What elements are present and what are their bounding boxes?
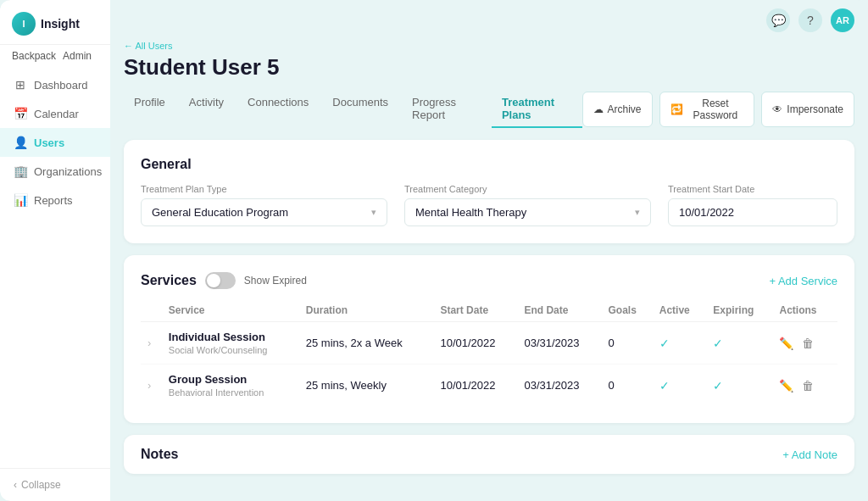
col-expiring: Expiring bbox=[706, 299, 772, 322]
reset-password-button[interactable]: 🔁 Reset Password bbox=[659, 92, 755, 127]
treatment-category-label: Treatment Category bbox=[404, 184, 651, 194]
table-header: Service Duration Start Date End Date Goa… bbox=[141, 299, 837, 322]
treatment-plan-type-value: General Education Program bbox=[152, 206, 288, 219]
start-date-cell: 10/01/2022 bbox=[433, 322, 517, 365]
archive-button[interactable]: ☁ Archive bbox=[582, 92, 653, 127]
duration-cell: 25 mins, 2x a Week bbox=[299, 322, 434, 365]
col-active: Active bbox=[653, 299, 707, 322]
services-title-row: Services Show Expired bbox=[141, 272, 307, 289]
col-end-date: End Date bbox=[517, 299, 601, 322]
service-sub: Social Work/Counseling bbox=[169, 345, 292, 355]
delete-icon[interactable]: 🗑 bbox=[802, 379, 814, 392]
help-icon[interactable]: ? bbox=[798, 8, 822, 32]
expand-icon[interactable]: › bbox=[147, 337, 151, 349]
tab-treatment-plans[interactable]: Treatment Plans bbox=[492, 91, 582, 128]
sidebar-item-label: Users bbox=[34, 136, 64, 149]
treatment-plan-type-select[interactable]: General Education Program ▾ bbox=[141, 198, 387, 226]
tab-connections[interactable]: Connections bbox=[237, 91, 319, 128]
chevron-down-icon: ▾ bbox=[635, 207, 640, 218]
collapse-icon: ‹ bbox=[14, 479, 17, 491]
sidebar-item-label: Reports bbox=[34, 194, 73, 207]
calendar-icon: 📅 bbox=[14, 107, 27, 120]
sidebar-item-dashboard[interactable]: ⊞ Dashboard bbox=[0, 70, 110, 99]
add-service-button[interactable]: + Add Service bbox=[769, 275, 837, 287]
treatment-start-date-group: Treatment Start Date bbox=[668, 184, 837, 226]
sidebar-nav: ⊞ Dashboard 📅 Calendar 👤 Users 🏢 Organiz… bbox=[0, 62, 110, 468]
organizations-icon: 🏢 bbox=[14, 164, 27, 178]
expand-icon[interactable]: › bbox=[147, 379, 151, 392]
content-area: ← All Users Student User 5 Profile Activ… bbox=[110, 41, 868, 501]
active-cell: ✓ bbox=[653, 322, 707, 365]
tab-documents[interactable]: Documents bbox=[322, 91, 398, 128]
notes-card-title: Notes bbox=[141, 447, 178, 462]
col-actions: Actions bbox=[772, 299, 837, 322]
expiring-check-icon: ✓ bbox=[713, 379, 723, 392]
treatment-start-date-input[interactable] bbox=[668, 198, 837, 226]
notes-row: Notes + Add Note bbox=[141, 447, 837, 462]
impersonate-icon: 👁 bbox=[772, 103, 782, 115]
treatment-plan-type-label: Treatment Plan Type bbox=[141, 184, 387, 194]
expiring-check-icon: ✓ bbox=[713, 337, 723, 350]
impersonate-button[interactable]: 👁 Impersonate bbox=[761, 92, 854, 127]
edit-icon[interactable]: ✏️ bbox=[779, 337, 793, 350]
table-row: › Individual Session Social Work/Counsel… bbox=[141, 322, 837, 365]
end-date-cell: 03/31/2023 bbox=[517, 322, 601, 365]
dashboard-icon: ⊞ bbox=[14, 78, 27, 92]
logo-text: Insight bbox=[41, 17, 80, 31]
edit-icon[interactable]: ✏️ bbox=[779, 379, 793, 392]
general-card: General Treatment Plan Type General Educ… bbox=[124, 140, 854, 243]
general-card-title: General bbox=[141, 157, 837, 172]
sidebar-item-users[interactable]: 👤 Users bbox=[0, 128, 110, 157]
active-cell: ✓ bbox=[653, 365, 707, 407]
topbar: 💬 ? AR bbox=[110, 0, 868, 41]
show-expired-toggle[interactable] bbox=[205, 272, 236, 289]
actions-cell: ✏️ 🗑 bbox=[772, 322, 837, 365]
action-buttons: ☁ Archive 🔁 Reset Password 👁 Impersonate bbox=[582, 92, 854, 127]
sidebar-item-label: Calendar bbox=[34, 108, 79, 120]
expiring-cell: ✓ bbox=[706, 322, 772, 365]
reports-icon: 📊 bbox=[14, 193, 27, 207]
breadcrumb[interactable]: ← All Users bbox=[124, 41, 854, 51]
treatment-category-select[interactable]: Mental Health Therapy ▾ bbox=[404, 198, 651, 226]
service-name: Individual Session bbox=[169, 331, 292, 343]
tab-progress-report[interactable]: Progress Report bbox=[402, 91, 488, 128]
table-row: › Group Session Behavioral Intervention … bbox=[141, 365, 837, 407]
tab-profile[interactable]: Profile bbox=[124, 91, 175, 128]
actions-cell: ✏️ 🗑 bbox=[772, 365, 837, 407]
sidebar-item-reports[interactable]: 📊 Reports bbox=[0, 186, 110, 214]
delete-icon[interactable]: 🗑 bbox=[802, 337, 814, 350]
collapse-button[interactable]: ‹ Collapse bbox=[0, 468, 110, 501]
services-card: Services Show Expired + Add Service Serv… bbox=[124, 255, 854, 423]
archive-icon: ☁ bbox=[593, 103, 604, 115]
services-header: Services Show Expired + Add Service bbox=[141, 272, 837, 289]
general-form: Treatment Plan Type General Education Pr… bbox=[141, 184, 837, 226]
avatar[interactable]: AR bbox=[831, 8, 854, 32]
active-check-icon: ✓ bbox=[659, 379, 670, 392]
sidebar-item-calendar[interactable]: 📅 Calendar bbox=[0, 99, 110, 128]
tabs: Profile Activity Connections Documents P… bbox=[124, 91, 582, 128]
admin-nav[interactable]: Admin bbox=[63, 50, 92, 62]
tabs-row: Profile Activity Connections Documents P… bbox=[124, 91, 854, 128]
col-goals: Goals bbox=[601, 299, 652, 322]
goals-cell: 0 bbox=[601, 365, 652, 407]
services-table-body: › Individual Session Social Work/Counsel… bbox=[141, 322, 837, 407]
chat-icon[interactable]: 💬 bbox=[766, 8, 790, 32]
duration-cell: 25 mins, Weekly bbox=[299, 365, 434, 407]
sidebar-item-label: Dashboard bbox=[34, 79, 88, 92]
goals-cell: 0 bbox=[601, 322, 652, 365]
top-nav: Backpack Admin bbox=[0, 50, 110, 62]
backpack-nav[interactable]: Backpack bbox=[12, 50, 56, 62]
col-expand bbox=[141, 299, 162, 322]
reset-icon: 🔁 bbox=[670, 103, 683, 115]
page-title: Student User 5 bbox=[124, 54, 854, 81]
chevron-down-icon: ▾ bbox=[371, 207, 376, 218]
sidebar-item-organizations[interactable]: 🏢 Organizations bbox=[0, 157, 110, 186]
services-card-title: Services bbox=[141, 273, 197, 288]
notes-card: Notes + Add Note bbox=[124, 435, 854, 474]
col-start-date: Start Date bbox=[433, 299, 517, 322]
treatment-category-group: Treatment Category Mental Health Therapy… bbox=[404, 184, 651, 226]
tab-activity[interactable]: Activity bbox=[179, 91, 234, 128]
add-note-button[interactable]: + Add Note bbox=[782, 448, 837, 461]
sidebar-item-label: Organizations bbox=[34, 165, 102, 178]
sidebar: I Insight Backpack Admin ⊞ Dashboard 📅 C… bbox=[0, 0, 110, 501]
